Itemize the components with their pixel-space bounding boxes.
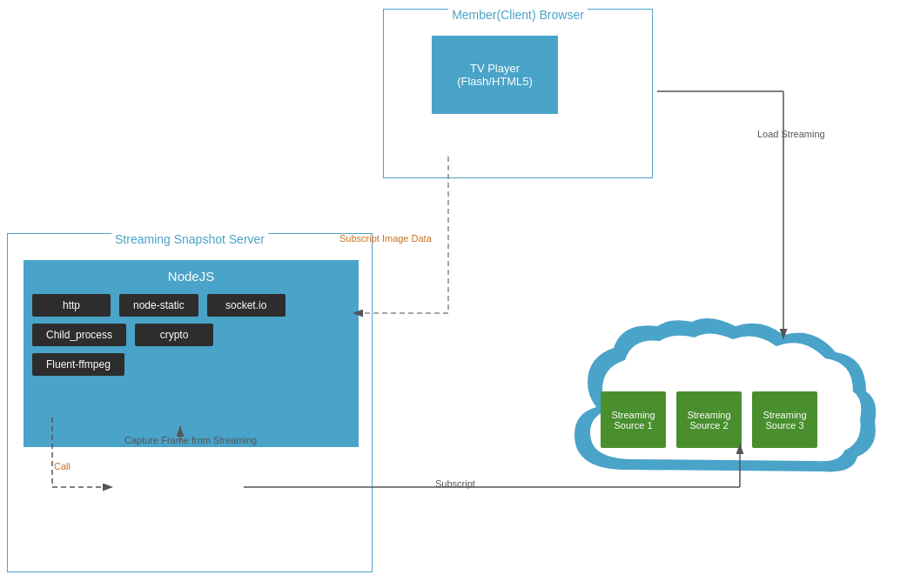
member-browser-box: Member(Client) Browser TV Player (Flash/… [383,9,653,178]
nodejs-modules: http node-static socket.io Child_process… [32,294,350,376]
cloud-container: StreamingSource 1 StreamingSource 2 Stre… [557,313,888,522]
member-browser-label: Member(Client) Browser [448,8,588,22]
module-crypto: crypto [135,324,213,346]
tv-player-line1: TV Player [470,62,520,75]
label-capture-frame: Capture Frame from Streaming [124,435,257,445]
module-socket-io: socket.io [207,294,286,317]
label-call: Call [54,461,71,471]
label-subscript: Subscript [435,478,475,489]
architecture-diagram: Member(Client) Browser TV Player (Flash/… [0,0,907,588]
snapshot-server-label: Streaming Snapshot Server [111,232,268,246]
module-row-2: Child_process crypto [32,324,350,346]
module-row-3: Fluent-ffmpeg [32,353,350,376]
nodejs-label: NodeJS [168,269,214,284]
module-http: http [32,294,111,317]
label-subscript-image-data: Subscript Image Data [339,233,432,244]
streaming-source-2: StreamingSource 2 [676,391,742,448]
module-fluent-ffmpeg: Fluent-ffmpeg [32,353,124,376]
tv-player-box: TV Player (Flash/HTML5) [432,36,558,114]
module-row-1: http node-static socket.io [32,294,350,317]
tv-player-line2: (Flash/HTML5) [457,75,533,88]
streaming-source-3: StreamingSource 3 [752,391,817,448]
module-child-process: Child_process [32,324,126,346]
nodejs-box: NodeJS http node-static socket.io Child_… [24,260,359,447]
streaming-sources: StreamingSource 1 StreamingSource 2 Stre… [601,391,817,448]
module-node-static: node-static [119,294,198,317]
label-load-streaming: Load Streaming [757,129,825,139]
streaming-source-1: StreamingSource 1 [601,391,666,448]
snapshot-server-box: Streaming Snapshot Server NodeJS http no… [7,233,373,572]
